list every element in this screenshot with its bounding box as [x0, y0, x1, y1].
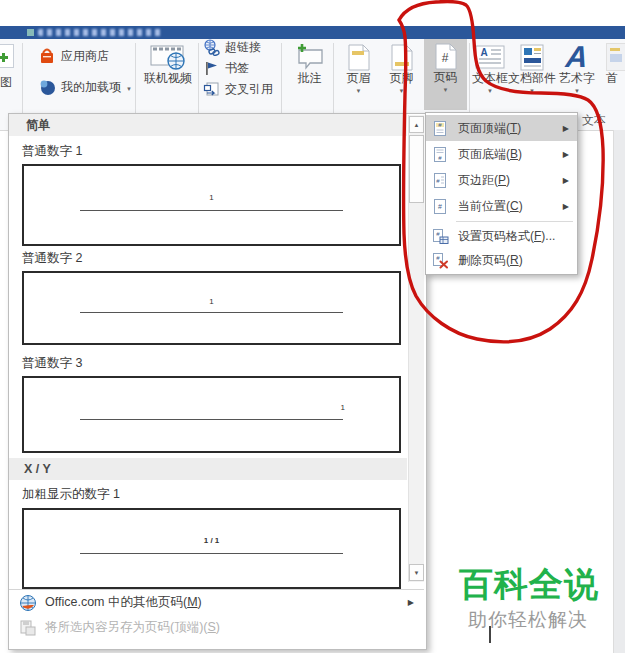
- footer-label: 页脚: [390, 72, 414, 85]
- preview-rule-line: [80, 210, 343, 211]
- preview-page-number: 1 / 1: [24, 536, 399, 545]
- quick-parts-icon: [520, 44, 544, 71]
- preview-rule-line: [80, 419, 343, 420]
- online-video-label: 联机视频: [144, 72, 192, 85]
- wordart-icon: A: [565, 43, 590, 71]
- clipped-icon-fragment: [606, 43, 625, 71]
- titlebar-blurred-text: [38, 29, 163, 36]
- submenu-arrow-icon: ▶: [408, 598, 414, 607]
- addins-icon: [38, 78, 56, 96]
- menu-item-format-page-numbers[interactable]: # 设置页码格式(F)...: [426, 224, 577, 248]
- gallery-item-label: 普通数字 2: [22, 250, 82, 267]
- save-selection-label: 将所选内容另存为页码(顶端)(S): [45, 619, 220, 636]
- page-number-label: 页码: [434, 71, 458, 84]
- format-page-numbers-icon: #: [432, 228, 449, 245]
- bookmark-label: 书签: [225, 62, 249, 75]
- gallery-item-plain-number-3[interactable]: 1: [22, 376, 401, 453]
- app-store-button[interactable]: 应用商店: [38, 47, 109, 65]
- title-bar: [0, 26, 625, 39]
- online-video-button[interactable]: 联机视频: [139, 40, 197, 85]
- menu-item-top-of-page[interactable]: # 页面顶端(T) ▶: [426, 115, 577, 141]
- document-scroll-strip[interactable]: [613, 130, 625, 653]
- chevron-down-icon: ▼: [399, 88, 405, 94]
- section-header-xy: X / Y: [9, 458, 407, 480]
- textbox-label: 文本框: [472, 72, 508, 85]
- preview-rule-line: [80, 553, 343, 554]
- footer-icon: [391, 44, 413, 71]
- menu-item-bottom-of-page[interactable]: # 页面底端(B) ▶: [426, 141, 577, 167]
- gallery-item-bold-number-1[interactable]: 1 / 1: [22, 508, 401, 589]
- my-addins-button[interactable]: 我的加载项 ▼: [38, 78, 132, 96]
- app-store-label: 应用商店: [61, 50, 109, 63]
- textbox-button[interactable]: A 文本框 ▼: [468, 40, 512, 94]
- submenu-arrow-icon: ▶: [563, 124, 569, 133]
- cross-reference-label: 交叉引用: [225, 83, 273, 96]
- scroll-down-button[interactable]: ▼: [409, 564, 424, 581]
- word-window: 图 应用商店 我的加载项 ▼: [0, 0, 625, 653]
- gallery-item-plain-number-1[interactable]: 1: [22, 164, 401, 246]
- hyperlink-button[interactable]: 超链接: [203, 39, 261, 56]
- cross-reference-button[interactable]: 交叉引用: [203, 81, 273, 98]
- page-number-button[interactable]: # 页码 ▼: [424, 39, 467, 110]
- gallery-scrollbar[interactable]: ▲ ▼: [408, 115, 424, 582]
- wordart-button[interactable]: A 艺术字 ▼: [556, 40, 598, 94]
- text-group-label: 文本: [582, 112, 606, 129]
- menu-item-remove-page-numbers[interactable]: # 删除页码(R): [426, 248, 577, 272]
- video-icon: [149, 43, 187, 71]
- preview-rule-line: [80, 312, 343, 313]
- my-addins-label: 我的加载项: [61, 81, 121, 94]
- menu-item-page-margins[interactable]: # 页边距(P) ▶: [426, 167, 577, 193]
- menu-item-label: 删除页码(R): [458, 252, 523, 269]
- header-icon: [348, 44, 370, 71]
- page-number-icon: #: [435, 43, 457, 70]
- store-bag-icon: [38, 47, 56, 65]
- header-label: 页眉: [347, 72, 371, 85]
- scroll-up-icon: ▲: [414, 122, 420, 128]
- chevron-down-icon: ▼: [487, 88, 493, 94]
- menu-item-current-position[interactable]: # 当前位置(C) ▶: [426, 193, 577, 219]
- section-header-simple: 简单: [9, 114, 407, 136]
- chevron-down-icon: ▼: [443, 87, 449, 93]
- cross-reference-icon: [203, 81, 220, 98]
- chevron-down-icon: ▼: [126, 86, 132, 92]
- menu-item-label: 设置页码格式(F)...: [458, 228, 555, 245]
- current-position-icon: #: [432, 198, 449, 215]
- text-cursor: [489, 626, 491, 643]
- chevron-down-icon: ▼: [529, 88, 535, 94]
- quick-parts-button[interactable]: 文档部件 ▼: [508, 40, 556, 94]
- scroll-up-button[interactable]: ▲: [409, 116, 424, 133]
- gallery-item-label: 普通数字 3: [22, 355, 82, 372]
- header-button[interactable]: 页眉 ▼: [338, 40, 379, 94]
- plus-icon: [0, 53, 8, 62]
- page-number-gallery-panel: 简单 普通数字 1 1 普通数字 2 1 普通数字 3 1 X / Y 加粗显示…: [8, 113, 427, 650]
- top-of-page-icon: #: [432, 120, 449, 137]
- bottom-of-page-icon: #: [432, 146, 449, 163]
- footer-button[interactable]: 页脚 ▼: [381, 40, 422, 94]
- quick-parts-label: 文档部件: [508, 72, 556, 85]
- bookmark-flag-icon: [203, 60, 220, 77]
- chevron-down-icon: ▼: [356, 88, 362, 94]
- more-from-office-item[interactable]: Office.com 中的其他页码(M) ▶: [9, 590, 424, 615]
- submenu-arrow-icon: ▶: [563, 202, 569, 211]
- remove-page-numbers-icon: #: [432, 252, 449, 269]
- submenu-arrow-icon: ▶: [563, 176, 569, 185]
- watermark-subtitle: 助你轻松解决: [468, 607, 588, 633]
- scroll-down-icon: ▼: [414, 570, 420, 576]
- comment-icon: [295, 43, 325, 71]
- scrollbar-thumb[interactable]: [409, 135, 424, 203]
- bookmark-button[interactable]: 书签: [203, 60, 249, 77]
- more-from-office-label: Office.com 中的其他页码(M): [45, 594, 202, 611]
- picture-icon: [0, 44, 14, 68]
- page-margins-icon: #: [432, 172, 449, 189]
- gallery-item-plain-number-2[interactable]: 1: [22, 271, 401, 345]
- menu-item-label: 页面底端(B): [458, 146, 522, 163]
- svg-text:#: #: [438, 203, 442, 210]
- comment-label: 批注: [298, 72, 322, 85]
- menu-separator: [456, 221, 573, 222]
- office-globe-icon: [19, 594, 37, 612]
- preview-page-number: 1: [24, 403, 399, 412]
- comment-button[interactable]: 批注: [287, 40, 332, 85]
- menu-item-label: 页面顶端(T): [458, 120, 521, 137]
- wordart-label: 艺术字: [559, 72, 595, 85]
- partial-left-button[interactable]: 图: [0, 40, 17, 110]
